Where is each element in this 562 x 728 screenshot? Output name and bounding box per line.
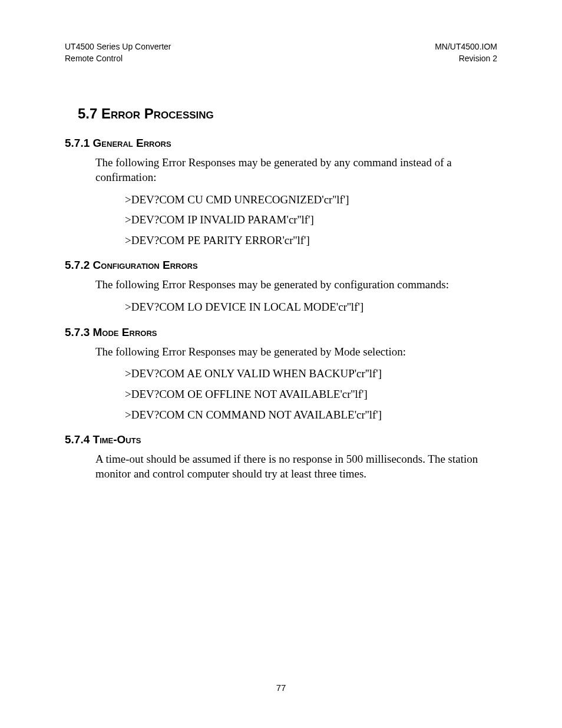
subsection-heading: 5.7.3 Mode Errors [65, 326, 497, 339]
body-paragraph: A time-out should be assumed if there is… [95, 452, 497, 481]
body-paragraph: The following Error Responses may be gen… [95, 345, 497, 360]
subsection-number: 5.7.3 [65, 326, 90, 338]
header-right: MN/UT4500.IOM Revision 2 [435, 41, 497, 64]
header-revision: Revision 2 [435, 53, 497, 65]
subsection-general-errors: 5.7.1 General Errors The following Error… [65, 137, 497, 248]
subsection-title: Configuration Errors [93, 259, 198, 271]
header-left: UT4500 Series Up Converter Remote Contro… [65, 41, 171, 64]
section-heading: 5.7 Error Processing [78, 106, 497, 122]
subsection-title: General Errors [93, 137, 171, 149]
subsection-heading: 5.7.2 Configuration Errors [65, 259, 497, 272]
subsection-time-outs: 5.7.4 Time-Outs A time-out should be ass… [65, 433, 497, 481]
page-content: UT4500 Series Up Converter Remote Contro… [0, 0, 562, 481]
section-title: Error Processing [101, 106, 214, 121]
body-paragraph: The following Error Responses may be gen… [95, 156, 497, 185]
page-header: UT4500 Series Up Converter Remote Contro… [65, 41, 497, 64]
subsection-number: 5.7.4 [65, 433, 90, 446]
subsection-configuration-errors: 5.7.2 Configuration Errors The following… [65, 259, 497, 315]
subsection-mode-errors: 5.7.3 Mode Errors The following Error Re… [65, 326, 497, 423]
subsection-title: Mode Errors [93, 326, 157, 338]
code-line: >DEV?COM PE PARITY ERROR'cr''lf'] [125, 233, 497, 249]
code-line: >DEV?COM CU CMD UNRECOGNIZED'cr''lf'] [125, 192, 497, 208]
body-paragraph: The following Error Responses may be gen… [95, 278, 497, 292]
subsection-number: 5.7.1 [65, 137, 90, 149]
header-product: UT4500 Series Up Converter [65, 41, 171, 53]
code-line: >DEV?COM LO DEVICE IN LOCAL MODE'cr''lf'… [125, 299, 497, 315]
subsection-number: 5.7.2 [65, 259, 90, 271]
subsection-heading: 5.7.4 Time-Outs [65, 433, 497, 446]
code-line: >DEV?COM CN COMMAND NOT AVAILABLE'cr''lf… [125, 407, 497, 423]
code-line: >DEV?COM IP INVALID PARAM'cr''lf'] [125, 212, 497, 228]
subsection-heading: 5.7.1 General Errors [65, 137, 497, 150]
code-line: >DEV?COM OE OFFLINE NOT AVAILABLE'cr''lf… [125, 387, 497, 403]
code-line: >DEV?COM AE ONLY VALID WHEN BACKUP'cr''l… [125, 366, 497, 382]
section-number: 5.7 [78, 106, 97, 121]
header-section: Remote Control [65, 53, 171, 65]
header-manual: MN/UT4500.IOM [435, 41, 497, 53]
subsection-title: Time-Outs [93, 433, 141, 446]
page-number: 77 [0, 683, 562, 693]
